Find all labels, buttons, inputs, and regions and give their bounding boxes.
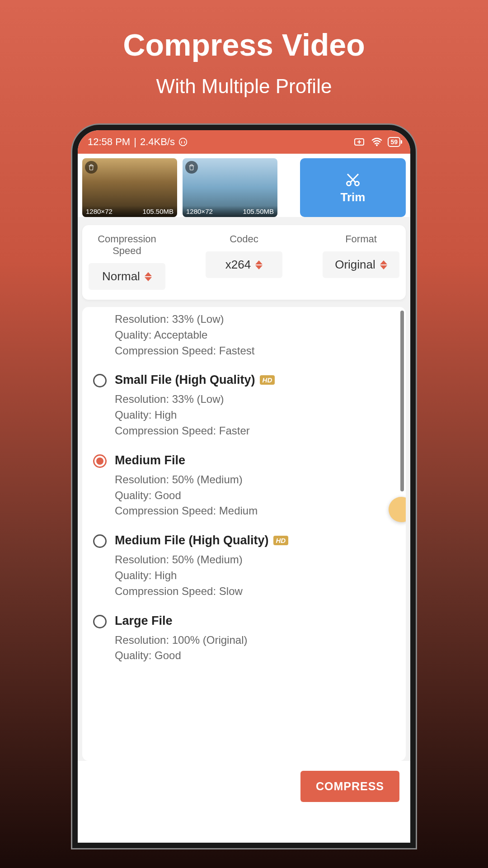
trim-label: Trim bbox=[341, 190, 366, 204]
video-thumbnail[interactable]: 1280×72 105.50MB bbox=[82, 158, 177, 217]
format-label: Format bbox=[345, 233, 377, 245]
promo-subtitle: With Multiple Profile bbox=[156, 75, 332, 98]
delete-thumbnail-button[interactable] bbox=[85, 161, 98, 174]
profile-details: Resolution: 50% (Medium)Quality: GoodCom… bbox=[115, 472, 395, 519]
hd-badge: HD bbox=[273, 536, 289, 545]
profile-details: Resolution: 50% (Medium)Quality: HighCom… bbox=[115, 552, 395, 599]
status-bar: 12:58 PM | 2.4KB/s 59 bbox=[78, 130, 410, 154]
svg-point-3 bbox=[347, 181, 351, 185]
thumb-resolution: 1280×72 bbox=[186, 208, 213, 215]
settings-card: Compression Speed Normal Codec x264 Form… bbox=[82, 225, 406, 300]
profile-title: Large File bbox=[115, 614, 395, 628]
sort-icon bbox=[145, 272, 152, 281]
bottom-bar: COMPRESS bbox=[78, 761, 410, 843]
thumb-resolution: 1280×72 bbox=[86, 208, 113, 215]
radio-button[interactable] bbox=[93, 454, 107, 468]
profile-list-card: Resolution: 33% (Low)Quality: Acceptable… bbox=[82, 307, 406, 761]
thumb-size: 105.50MB bbox=[243, 208, 274, 215]
trash-icon bbox=[188, 164, 195, 171]
compression-speed-select[interactable]: Normal bbox=[89, 263, 165, 290]
scissors-icon bbox=[345, 171, 361, 188]
profile-details: Resolution: 100% (Original)Quality: Good bbox=[115, 632, 395, 664]
thumbnail-row: 1280×72 105.50MB 1280×72 105.50MB Trim bbox=[78, 154, 410, 217]
profile-option[interactable]: Resolution: 33% (Low)Quality: Acceptable… bbox=[82, 307, 406, 365]
radio-button[interactable] bbox=[93, 615, 107, 628]
profile-details: Resolution: 33% (Low)Quality: Acceptable… bbox=[115, 311, 395, 359]
video-thumbnail[interactable]: 1280×72 105.50MB bbox=[183, 158, 277, 217]
format-select[interactable]: Original bbox=[323, 251, 399, 278]
status-time: 12:58 PM bbox=[88, 136, 130, 148]
radio-button[interactable] bbox=[93, 534, 107, 548]
svg-point-0 bbox=[179, 138, 187, 146]
svg-point-2 bbox=[376, 144, 378, 146]
profile-option[interactable]: Small File (High Quality)HDResolution: 3… bbox=[82, 365, 406, 445]
profile-option[interactable]: Large FileResolution: 100% (Original)Qua… bbox=[82, 606, 406, 670]
compression-speed-label: Compression Speed bbox=[91, 233, 163, 257]
phone-frame: 12:58 PM | 2.4KB/s 59 bbox=[72, 125, 416, 848]
codec-label: Codec bbox=[230, 233, 258, 245]
status-divider: | bbox=[134, 136, 136, 148]
status-speed: 2.4KB/s bbox=[140, 136, 175, 148]
delete-thumbnail-button[interactable] bbox=[185, 161, 198, 174]
compress-button[interactable]: COMPRESS bbox=[300, 771, 399, 802]
thumb-size: 105.50MB bbox=[143, 208, 174, 215]
screen-record-icon bbox=[354, 137, 366, 146]
profile-title: Medium File bbox=[115, 453, 395, 467]
radio-button[interactable] bbox=[93, 374, 107, 387]
trim-button[interactable]: Trim bbox=[300, 158, 406, 217]
profile-details: Resolution: 33% (Low)Quality: HighCompre… bbox=[115, 392, 395, 439]
svg-point-4 bbox=[355, 181, 359, 185]
profile-title: Medium File (High Quality)HD bbox=[115, 533, 395, 547]
sort-icon bbox=[255, 260, 263, 269]
promo-title: Compress Video bbox=[123, 27, 365, 62]
sort-icon bbox=[380, 260, 387, 269]
profile-option[interactable]: Medium FileResolution: 50% (Medium)Quali… bbox=[82, 445, 406, 525]
profile-title: Small File (High Quality)HD bbox=[115, 373, 395, 387]
hd-badge: HD bbox=[260, 375, 275, 385]
codec-select[interactable]: x264 bbox=[206, 251, 282, 278]
profile-option[interactable]: Medium File (High Quality)HDResolution: … bbox=[82, 525, 406, 605]
headphones-icon bbox=[178, 137, 188, 146]
wifi-icon bbox=[371, 137, 382, 146]
scrollbar[interactable] bbox=[400, 311, 404, 491]
trash-icon bbox=[88, 164, 95, 171]
battery-icon: 59 bbox=[388, 137, 400, 147]
